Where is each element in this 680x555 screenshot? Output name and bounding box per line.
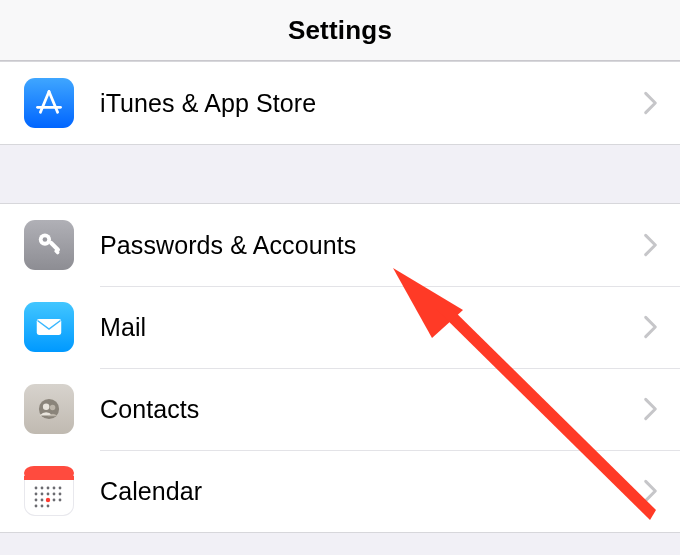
row-itunes-appstore[interactable]: iTunes & App Store bbox=[0, 62, 680, 144]
chevron-right-icon bbox=[643, 315, 658, 339]
svg-point-23 bbox=[35, 499, 38, 502]
chevron-right-icon bbox=[643, 397, 658, 421]
chevron-right-icon bbox=[643, 479, 658, 503]
contacts-icon bbox=[24, 384, 74, 434]
chevron-right-icon bbox=[643, 233, 658, 257]
svg-point-13 bbox=[35, 487, 38, 490]
svg-point-18 bbox=[35, 493, 38, 496]
svg-point-15 bbox=[47, 487, 50, 490]
row-label: Contacts bbox=[100, 395, 643, 424]
svg-line-0 bbox=[40, 91, 49, 112]
section-gap bbox=[0, 145, 680, 203]
row-passwords-accounts[interactable]: Passwords & Accounts bbox=[0, 204, 680, 286]
svg-point-30 bbox=[46, 498, 50, 502]
row-label: Calendar bbox=[100, 477, 643, 506]
mail-icon bbox=[24, 302, 74, 352]
svg-rect-7 bbox=[37, 319, 61, 335]
svg-rect-12 bbox=[24, 476, 74, 480]
svg-line-1 bbox=[49, 91, 58, 112]
settings-group-accounts: Passwords & Accounts Mail Contact bbox=[0, 203, 680, 533]
nav-bar: Settings bbox=[0, 0, 680, 61]
row-label: Passwords & Accounts bbox=[100, 231, 643, 260]
svg-point-17 bbox=[59, 487, 62, 490]
svg-point-22 bbox=[59, 493, 62, 496]
svg-point-9 bbox=[43, 404, 49, 410]
page-title: Settings bbox=[0, 0, 680, 60]
svg-point-19 bbox=[41, 493, 44, 496]
svg-point-26 bbox=[59, 499, 62, 502]
row-label: Mail bbox=[100, 313, 643, 342]
svg-point-25 bbox=[53, 499, 56, 502]
row-label: iTunes & App Store bbox=[100, 89, 643, 118]
row-mail[interactable]: Mail bbox=[0, 286, 680, 368]
row-calendar[interactable]: Calendar bbox=[0, 450, 680, 532]
svg-point-14 bbox=[41, 487, 44, 490]
svg-point-29 bbox=[47, 505, 50, 508]
key-icon bbox=[24, 220, 74, 270]
calendar-icon bbox=[24, 466, 74, 516]
svg-point-10 bbox=[50, 405, 55, 410]
svg-point-27 bbox=[35, 505, 38, 508]
svg-point-24 bbox=[41, 499, 44, 502]
chevron-right-icon bbox=[643, 91, 658, 115]
row-contacts[interactable]: Contacts bbox=[0, 368, 680, 450]
svg-point-28 bbox=[41, 505, 44, 508]
svg-point-20 bbox=[47, 493, 50, 496]
svg-point-4 bbox=[43, 237, 48, 242]
svg-point-16 bbox=[53, 487, 56, 490]
svg-point-21 bbox=[53, 493, 56, 496]
settings-group-store: iTunes & App Store bbox=[0, 61, 680, 145]
appstore-icon bbox=[24, 78, 74, 128]
